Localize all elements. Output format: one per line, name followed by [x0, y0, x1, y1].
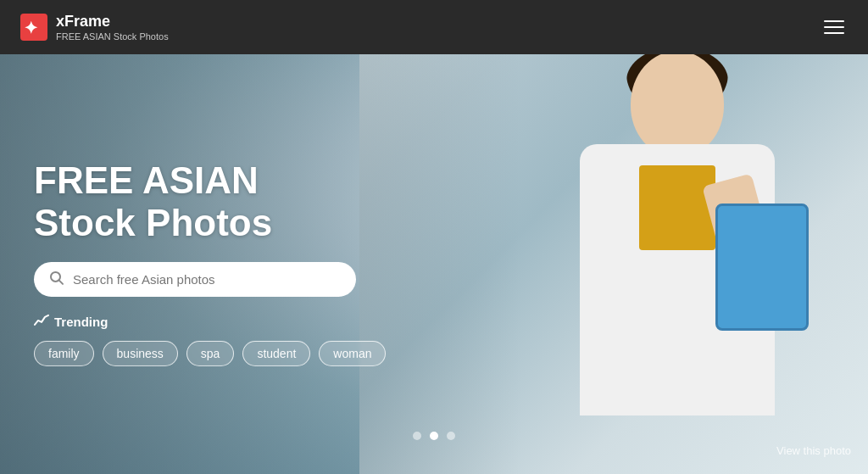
carousel-dot-1[interactable]: [413, 432, 421, 440]
view-photo-link[interactable]: View this photo: [776, 444, 851, 457]
carousel-dot-3[interactable]: [447, 432, 455, 440]
hamburger-menu[interactable]: [821, 17, 848, 37]
logo-title: xFrame: [56, 13, 169, 31]
hamburger-line-2: [824, 26, 844, 28]
svg-line-3: [59, 280, 64, 284]
logo-area[interactable]: ✦ xFrame FREE ASIAN Stock Photos: [20, 13, 169, 42]
trending-text: Trending: [54, 315, 108, 329]
svg-text:✦: ✦: [24, 19, 38, 37]
hero-title-line2: Stock Photos: [34, 202, 272, 243]
hero-content: FREE ASIAN Stock Photos Trending fam: [34, 159, 386, 365]
tag-woman[interactable]: woman: [319, 341, 386, 366]
carousel-dot-2[interactable]: [430, 432, 438, 440]
tag-student[interactable]: student: [242, 341, 310, 366]
logo-text: xFrame FREE ASIAN Stock Photos: [56, 13, 169, 42]
tags-container: family business spa student woman: [34, 341, 386, 366]
search-bar[interactable]: [34, 262, 356, 297]
logo-subtitle: FREE ASIAN Stock Photos: [56, 31, 169, 42]
tag-family[interactable]: family: [34, 341, 94, 366]
hamburger-line-3: [824, 32, 844, 34]
search-icon: [49, 270, 64, 288]
hero-title-line1: FREE ASIAN: [34, 159, 259, 200]
tag-spa[interactable]: spa: [186, 341, 235, 366]
trending-label: Trending: [34, 314, 386, 331]
search-input[interactable]: [73, 272, 341, 287]
carousel-dots: [413, 432, 455, 440]
navbar: ✦ xFrame FREE ASIAN Stock Photos: [0, 0, 868, 54]
hero-section: FREE ASIAN Stock Photos Trending fam: [0, 0, 868, 474]
xframe-logo-icon: ✦: [20, 14, 47, 41]
trending-icon: [34, 314, 49, 331]
tag-business[interactable]: business: [103, 341, 178, 366]
hero-title: FREE ASIAN Stock Photos: [34, 159, 386, 244]
hamburger-line-1: [824, 20, 844, 22]
